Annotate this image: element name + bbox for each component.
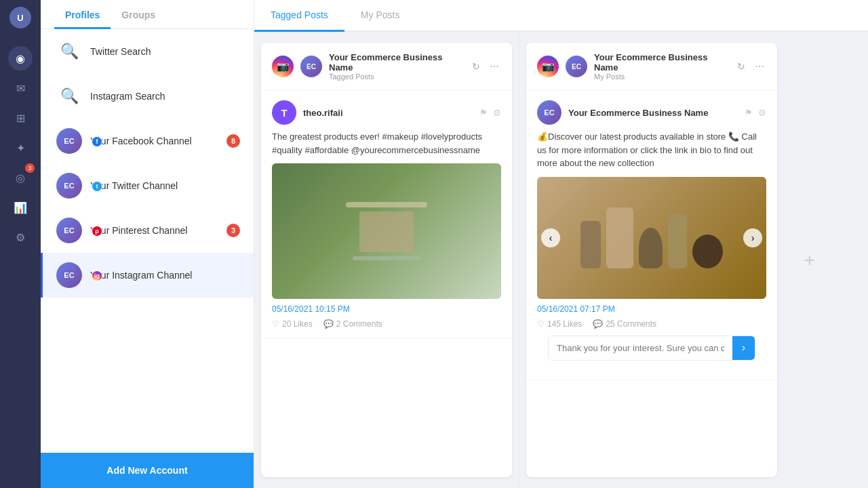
post1-flag-button[interactable]: ⚑ [479,108,488,118]
heart-icon: ♡ [537,319,545,329]
post2-likes: ♡ 145 Likes [537,319,582,329]
sidebar-item-label: Instagram Search [90,90,165,102]
post2-author-wrap: Your Ecommerce Business Name [568,108,708,118]
carousel-next-button[interactable]: › [743,228,762,247]
col1-refresh-button[interactable]: ↻ [470,59,482,74]
main-content: Tagged Posts My Posts 📷 EC Your Ecommerc… [254,0,868,488]
engage-icon[interactable]: ✦ [8,136,33,160]
user-avatar[interactable]: U [9,7,31,28]
dashboard-icon[interactable]: ◉ [8,46,33,70]
post1-avatar: T [272,100,296,125]
post2-text: 💰Discover our latest products available … [537,130,766,170]
sidebar-item-label: Twitter Search [90,45,151,58]
add-new-account-button[interactable]: Add New Account [41,453,254,488]
col1-more-button[interactable]: ⋯ [488,59,501,74]
instagram-search-icon: 🔍 [56,83,82,109]
pinterest-badge-icon: p [92,226,102,237]
col2-title-wrap: Your Ecommerce Business Name My Posts [594,52,728,81]
tab-tagged-posts[interactable]: Tagged Posts [254,0,344,32]
sidebar-item-label: Your Facebook Channel [90,135,192,147]
col2-actions: ↻ ⋯ [735,59,766,74]
add-column-button[interactable]: + [789,43,830,477]
col1-body: T theo.rifaii ⚑ ⚙ The greatest products … [261,91,512,477]
reply-input[interactable] [549,336,732,360]
post2-image: ‹ › [537,177,766,299]
twitter-search-icon: 🔍 [56,39,82,64]
instagram-badge-icon: ig [92,270,102,281]
post2-action-icons: ⚑ ⚙ [745,108,766,118]
twitter-badge-icon: t [92,181,102,192]
inbox-icon[interactable]: ✉ [8,76,33,100]
sidebar-item-instagram-search[interactable]: 🔍 Instagram Search [41,74,254,119]
post1-settings-button[interactable]: ⚙ [493,108,501,118]
post1-comments: 💬 2 Comments [323,319,382,329]
post1-timestamp[interactable]: 05/16/2021 10:15 PM [272,304,501,314]
reply-box: › [548,336,755,361]
comment-icon: 💬 [593,319,603,329]
main-header: Tagged Posts My Posts [254,0,868,32]
column-tagged-posts: 📷 EC Your Ecommerce Business Name Tagged… [261,43,512,477]
post2-footer: ♡ 145 Likes 💬 25 Comments [537,319,766,329]
reply-send-button[interactable]: › [732,336,755,360]
sidebar-item-facebook-channel[interactable]: EC f Your Facebook Channel 8 [41,119,254,163]
sidebar-item-label: Your Pinterest Channel [90,224,187,237]
tab-profiles[interactable]: Profiles [54,0,111,29]
facebook-unread-count: 8 [226,134,240,148]
col2-refresh-button[interactable]: ↻ [735,59,747,74]
col1-title-wrap: Your Ecommerce Business Name Tagged Post… [329,52,463,81]
col2-platform-icon: 📷 [537,56,559,77]
add-column-icon: + [804,249,815,271]
column-header-1: 📷 EC Your Ecommerce Business Name Tagged… [261,43,512,91]
pinterest-unread-count: 3 [226,224,240,237]
post1-author-wrap: theo.rifaii [303,108,343,118]
twitter-channel-avatar: EC [56,173,82,199]
tab-my-posts[interactable]: My Posts [344,0,416,32]
post2-author-name: Your Ecommerce Business Name [568,108,708,118]
col1-subtitle: Tagged Posts [329,73,463,81]
comment-icon: 💬 [323,319,334,329]
sidebar: Profiles Groups 🔍 Twitter Search 🔍 Insta… [41,0,254,488]
tab-groups[interactable]: Groups [111,0,166,29]
post2-comments: 💬 25 Comments [593,319,656,329]
reports-icon[interactable]: 📊 [8,195,33,220]
listen-badge: 3 [25,163,35,173]
sidebar-item-instagram-channel[interactable]: EC ig Your Instagram Channel [41,253,254,298]
post1-text: The greatest products ever! #makeup #lov… [272,130,501,157]
facebook-channel-avatar: EC [56,128,82,154]
col1-platform-icon: 📷 [272,56,294,77]
column-divider [519,32,519,488]
publish-icon[interactable]: ⊞ [8,106,33,130]
heart-icon: ♡ [272,319,279,329]
instagram-channel-avatar: EC [56,262,82,288]
col1-account-avatar: EC [300,56,322,77]
column-header-2: 📷 EC Your Ecommerce Business Name My Pos… [526,43,777,91]
col2-account-name: Your Ecommerce Business Name [594,52,728,73]
post1-image [272,163,501,299]
post1-header: T theo.rifaii ⚑ ⚙ [272,100,501,125]
pinterest-channel-avatar: EC [56,218,82,243]
post1-author-name: theo.rifaii [303,108,343,118]
sidebar-items: 🔍 Twitter Search 🔍 Instagram Search EC f… [41,29,254,453]
post2-settings-button[interactable]: ⚙ [758,108,766,118]
nav-rail: U ◉ ✉ ⊞ ✦ ◎ 3 📊 ⚙ [0,0,41,488]
facebook-badge-icon: f [92,136,102,147]
col2-more-button[interactable]: ⋯ [753,59,766,74]
col1-actions: ↻ ⋯ [470,59,501,74]
main-body: 📷 EC Your Ecommerce Business Name Tagged… [254,32,868,488]
sidebar-item-label: Your Twitter Channel [90,180,178,192]
col1-account-name: Your Ecommerce Business Name [329,52,463,73]
settings-icon[interactable]: ⚙ [8,225,33,249]
sidebar-item-twitter-search[interactable]: 🔍 Twitter Search [41,29,254,74]
post-card-1: T theo.rifaii ⚑ ⚙ The greatest products … [261,91,512,339]
post2-avatar: EC [537,100,561,125]
post2-header: EC Your Ecommerce Business Name ⚑ ⚙ [537,100,766,125]
col2-subtitle: My Posts [594,73,728,81]
sidebar-item-twitter-channel[interactable]: EC t Your Twitter Channel [41,163,254,208]
post2-flag-button[interactable]: ⚑ [745,108,753,118]
carousel-prev-button[interactable]: ‹ [541,228,560,247]
sidebar-item-label: Your Instagram Channel [90,269,192,281]
sidebar-item-pinterest-channel[interactable]: EC p Your Pinterest Channel 3 [41,208,254,253]
post2-timestamp[interactable]: 05/16/2021 07:17 PM [537,304,766,314]
col2-body: EC Your Ecommerce Business Name ⚑ ⚙ 💰Dis… [526,91,777,477]
col2-account-avatar: EC [566,56,587,77]
